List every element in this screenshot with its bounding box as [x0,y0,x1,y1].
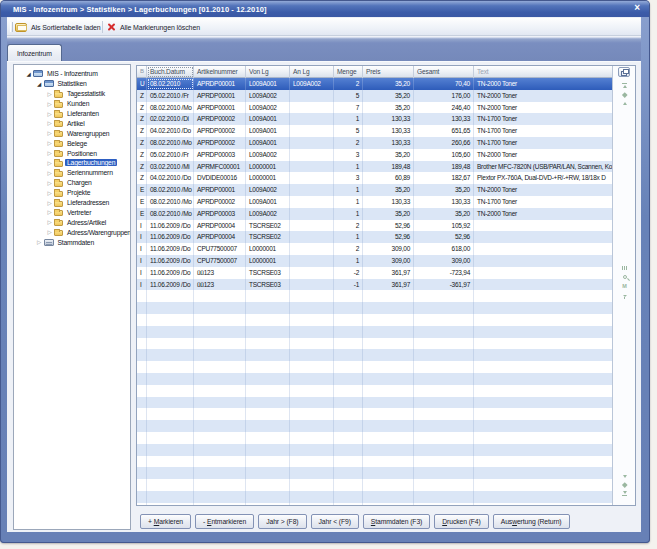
grid-cell[interactable]: L009A001 [246,137,290,149]
grid-cell[interactable] [290,102,334,114]
collapsed-arrow-icon[interactable]: ▷ [45,170,54,176]
tree-item-stammdaten[interactable]: ▷Stammdaten [14,237,130,247]
grid-row[interactable]: Z05.02.2010 /FrAPRDP00001L009A002535,201… [137,90,612,102]
grid-cell[interactable]: TN-1700 Toner [474,113,612,125]
grid-row[interactable]: Z04.02.2010 /DoAPRDP00002L009A0015130,33… [137,125,612,137]
grid-row[interactable]: I11.06.2009 /DoAPRDP00004TSCRSE02152,965… [137,231,612,243]
collapsed-arrow-icon[interactable]: ▷ [45,229,54,235]
collapsed-arrow-icon[interactable]: ▷ [45,150,54,156]
grid-cell[interactable]: 361,97 [363,279,414,291]
grid-cell[interactable]: 105,92 [414,220,474,232]
tree-item-lieferadressen[interactable]: ▷Lieferadressen [14,198,130,208]
tree-item-mis-infozentrum[interactable]: ◢MIS - Infozentrum [14,69,130,79]
grid-cell[interactable]: 70,40 [414,78,474,90]
grid-cell[interactable]: APRDP00004 [194,220,246,232]
grid-cell[interactable]: 130,33 [363,125,414,137]
grid-row[interactable]: Z05.02.2010 /FrAPRDP00003L009A002335,201… [137,149,612,161]
grid-cell[interactable]: 1 [334,208,363,220]
grid-cell[interactable] [290,267,334,279]
grid-cell[interactable]: 08.02.2010 /Mo [147,208,194,220]
grid-cell[interactable]: 130,33 [363,137,414,149]
grid-cell[interactable]: 130,33 [414,113,474,125]
grid-cell[interactable]: I [137,255,147,267]
grid-cell[interactable]: 08.02.2010 /Mo [147,196,194,208]
entmarkieren-button[interactable]: - Entmarkieren [195,514,254,529]
grid-cell[interactable]: APRDP00004 [194,231,246,243]
grid-cell[interactable]: -723,94 [414,267,474,279]
grid-cell[interactable]: 08.02.2010 /Mo [147,102,194,114]
grid-cell[interactable]: 130,33 [414,196,474,208]
grid-cell[interactable]: 309,00 [363,243,414,255]
grid-cell[interactable]: üü123 [194,267,246,279]
grid-cell[interactable]: APRDP00001 [194,184,246,196]
grid-cell[interactable]: 1 [334,255,363,267]
grid-cell[interactable]: TN-1700 Toner [474,125,612,137]
grid-cell[interactable] [290,90,334,102]
grid-cell[interactable]: 246,40 [414,102,474,114]
columns-icon[interactable] [613,266,636,270]
tab-infozentrum[interactable]: Infozentrum [7,44,62,61]
grid-cell[interactable]: TN-2000 Toner [474,78,612,90]
jahr-f9-button[interactable]: Jahr < (F9) [311,514,359,529]
grid-cell[interactable]: APRDP00002 [194,196,246,208]
grid-cell[interactable]: TSCRSE02 [246,231,290,243]
column-header-preis[interactable]: Preis [363,66,414,78]
grid-cell[interactable]: 189,48 [414,161,474,173]
grid-cell[interactable]: 2 [334,243,363,255]
grid-cell[interactable]: TN-1700 Toner [474,196,612,208]
grid-cell[interactable]: L009A002 [246,149,290,161]
grid-cell[interactable] [474,267,612,279]
grid-cell[interactable]: L009A001 [246,113,290,125]
grid-cell[interactable]: 05.02.2010 /Fr [147,90,194,102]
grid-cell[interactable]: TN-2000 Toner [474,90,612,102]
grid-cell[interactable] [290,161,334,173]
grid-cell[interactable]: 5 [334,125,363,137]
jahr-f8-button[interactable]: Jahr > (F8) [258,514,306,529]
grid-cell[interactable]: I [137,279,147,291]
grid-cell[interactable]: 651,65 [414,125,474,137]
grid-cell[interactable]: L009A001 [246,78,290,90]
tree-item-adress-artikel[interactable]: ▷Adress/Artikel [14,217,130,227]
grid-cell[interactable]: 04.02.2010 /Do [147,172,194,184]
grid-cell[interactable]: 35,20 [363,149,414,161]
grid-row[interactable]: Z04.02.2010 /DoDVDIDE00016L0000001360,89… [137,172,612,184]
grid-cell[interactable]: 35,20 [414,184,474,196]
grid-cell[interactable]: CPU77500007 [194,243,246,255]
scroll-down-icon[interactable] [613,475,636,478]
grid-cell[interactable]: -361,97 [414,279,474,291]
grid-cell[interactable]: 35,20 [363,78,414,90]
column-customize-button[interactable] [618,67,630,77]
grid-cell[interactable]: APRDP00001 [194,78,246,90]
filter-icon[interactable] [613,295,636,300]
title-bar[interactable]: MIS - Infozentrum > Statistiken > Lagerb… [1,1,649,17]
expanded-arrow-icon[interactable]: ◢ [24,71,33,77]
grid-cell[interactable]: Z [137,102,147,114]
tree-item-lieferanten[interactable]: ▷Lieferanten [14,109,130,119]
grid-cell[interactable]: Brother MFC-7820N (USB/PAR/LAN, Scannen,… [474,161,612,173]
grid-row[interactable]: I11.06.2009 /Doüü123TSCRSE03-1361,97-361… [137,279,612,291]
grid-cell[interactable]: 11.06.2009 /Do [147,255,194,267]
grid-cell[interactable] [290,231,334,243]
grid-cell[interactable]: 11.06.2009 /Do [147,243,194,255]
grid-cell[interactable] [290,125,334,137]
grid-cell[interactable]: -1 [334,279,363,291]
grid-cell[interactable]: Plextor PX-760A, Dual-DVD-+R/-+RW, 18/18… [474,172,612,184]
grid-cell[interactable]: 35,20 [363,184,414,196]
grid-row[interactable]: Z08.02.2010 /MoAPRDP00002L009A0012130,33… [137,137,612,149]
grid-cell[interactable]: Z [137,113,147,125]
grid-cell[interactable] [290,208,334,220]
grid-cell[interactable]: Z [137,161,147,173]
grid-cell[interactable]: TN-2000 Toner [474,102,612,114]
grid-cell[interactable]: TN-2000 Toner [474,149,612,161]
grid-cell[interactable]: I [137,243,147,255]
grid-row[interactable]: I11.06.2009 /Doüü123TSCRSE03-2361,97-723… [137,267,612,279]
grid-cell[interactable]: APRDP00002 [194,113,246,125]
grid-cell[interactable]: 618,00 [414,243,474,255]
grid-cell[interactable] [474,255,612,267]
grid-cell[interactable]: Z [137,125,147,137]
column-header-buchdatum[interactable]: Buch.Datum [147,66,194,78]
grid-cell[interactable]: TSCRSE03 [246,267,290,279]
tree-item-positionen[interactable]: ▷Positionen [14,148,130,158]
grid-cell[interactable]: E [137,184,147,196]
grid-cell[interactable]: I [137,220,147,232]
